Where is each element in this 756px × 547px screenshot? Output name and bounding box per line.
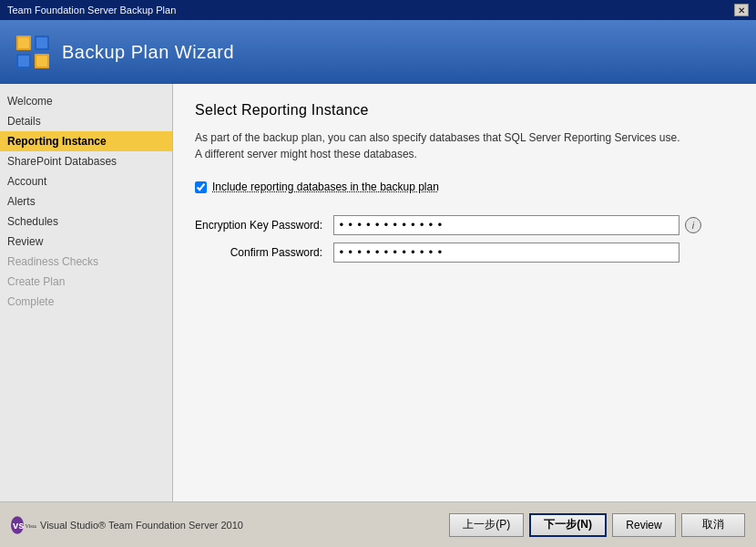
sidebar-item-complete: Complete — [0, 292, 172, 312]
svg-rect-3 — [36, 37, 47, 48]
vs-logo-icon: vs Visual Studio — [11, 512, 36, 538]
sidebar-item-account[interactable]: Account — [0, 171, 172, 191]
checkbox-row: Include reporting databases in the backu… — [195, 181, 734, 193]
content-description: As part of the backup plan, you can also… — [195, 129, 723, 162]
confirm-field-wrapper — [333, 243, 701, 263]
confirm-row: Confirm Password: — [195, 239, 701, 266]
sidebar-item-alerts[interactable]: Alerts — [0, 191, 172, 212]
main-content: Welcome Details Reporting Instance Share… — [0, 84, 756, 501]
sidebar-item-details[interactable]: Details — [0, 111, 172, 131]
sidebar-item-reporting-instance[interactable]: Reporting Instance — [0, 131, 172, 151]
title-bar: Team Foundation Server Backup Plan ✕ — [0, 0, 756, 20]
confirm-password-label: Confirm Password: — [195, 239, 333, 266]
wizard-header: Backup Plan Wizard — [0, 20, 756, 84]
vs-logo: vs Visual Studio Visual Studio® Team Fou… — [11, 512, 243, 538]
encryption-key-label: Encryption Key Password: — [195, 212, 333, 239]
confirm-password-input[interactable] — [333, 243, 679, 263]
back-button[interactable]: 上一步(P) — [449, 513, 524, 537]
sidebar-item-review[interactable]: Review — [0, 232, 172, 252]
sidebar-item-readiness: Readiness Checks — [0, 252, 172, 272]
close-button[interactable]: ✕ — [734, 4, 749, 16]
form-table: Encryption Key Password: i Confirm Passw… — [195, 212, 701, 266]
review-button[interactable]: Review — [612, 513, 676, 537]
sidebar-item-sharepoint[interactable]: SharePoint Databases — [0, 151, 172, 171]
include-reporting-label[interactable]: Include reporting databases in the backu… — [212, 181, 439, 193]
encryption-row: Encryption Key Password: i — [195, 212, 701, 239]
svg-text:Visual Studio: Visual Studio — [25, 521, 36, 528]
content-title: Select Reporting Instance — [195, 102, 734, 119]
encryption-key-input[interactable] — [333, 215, 679, 235]
sidebar-item-welcome[interactable]: Welcome — [0, 91, 172, 111]
encryption-field-cell: i — [333, 212, 701, 239]
svg-rect-5 — [18, 56, 29, 67]
footer-buttons: 上一步(P) 下一步(N) Review 取消 — [449, 513, 745, 537]
footer: vs Visual Studio Visual Studio® Team Fou… — [0, 501, 756, 547]
info-icon[interactable]: i — [685, 217, 701, 233]
footer-logo-text: Visual Studio® Team Foundation Server 20… — [40, 520, 243, 531]
confirm-field-cell — [333, 239, 701, 266]
sidebar-item-schedules[interactable]: Schedules — [0, 212, 172, 232]
cancel-button[interactable]: 取消 — [681, 513, 745, 537]
wizard-title: Backup Plan Wizard — [62, 42, 234, 63]
include-reporting-checkbox[interactable] — [195, 181, 207, 193]
encryption-field-wrapper: i — [333, 215, 701, 235]
sidebar: Welcome Details Reporting Instance Share… — [0, 84, 173, 501]
next-button[interactable]: 下一步(N) — [529, 513, 607, 537]
title-bar-text: Team Foundation Server Backup Plan — [7, 5, 176, 15]
svg-rect-1 — [18, 37, 29, 48]
sidebar-item-create-plan: Create Plan — [0, 272, 172, 292]
svg-text:vs: vs — [13, 520, 24, 531]
content-area: Select Reporting Instance As part of the… — [173, 84, 756, 501]
svg-rect-7 — [36, 56, 47, 67]
wizard-icon — [15, 34, 51, 70]
